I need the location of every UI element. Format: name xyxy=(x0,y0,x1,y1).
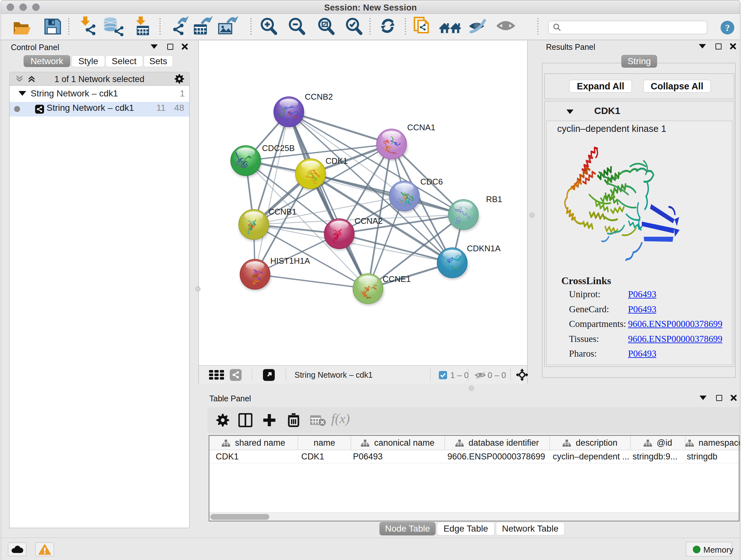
svg-text:CDC6: CDC6 xyxy=(420,177,443,186)
svg-text:CCNE1: CCNE1 xyxy=(383,274,411,284)
svg-text:CDK1: CDK1 xyxy=(326,156,347,166)
svg-text:CCNB2: CCNB2 xyxy=(305,92,333,102)
svg-text:CDKN1A: CDKN1A xyxy=(467,244,501,253)
svg-text:RB1: RB1 xyxy=(486,194,502,204)
svg-text:HIST1H1A: HIST1H1A xyxy=(270,256,310,266)
svg-text:CDC25B: CDC25B xyxy=(262,143,295,153)
svg-text:CCNA2: CCNA2 xyxy=(354,216,383,226)
svg-text:CCNA1: CCNA1 xyxy=(407,123,435,132)
svg-text:CCNB1: CCNB1 xyxy=(268,207,296,216)
